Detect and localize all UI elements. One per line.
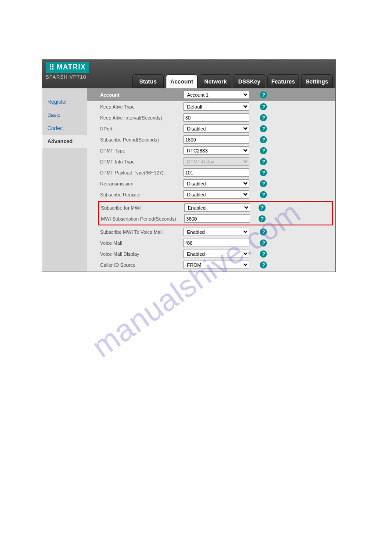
label-voice-mail-display: Voice Mail Display bbox=[100, 251, 183, 257]
row-voice-mail-display: Voice Mail Display Enabled ? bbox=[87, 248, 335, 259]
row-subscribe-mwi: Subscribe for MWI Enabled ? bbox=[99, 202, 332, 213]
select-account[interactable]: Account 1 bbox=[183, 91, 249, 99]
select-keepalive-type[interactable]: Default bbox=[183, 102, 249, 111]
select-subscribe-mwi-vm[interactable]: Enabled bbox=[183, 228, 249, 236]
sidebar-item-codec[interactable]: Codec bbox=[42, 122, 87, 135]
row-subscribe-period: Subscribe Period(Seconds) ? bbox=[87, 134, 335, 145]
label-keepalive-interval: Keep Alive Interval(Seconds) bbox=[100, 115, 183, 120]
row-keepalive-type: Keep Alive Type Default ? bbox=[87, 101, 335, 112]
select-retransmission[interactable]: Disabled bbox=[183, 179, 249, 188]
row-dtmf-payload: DTMF Payload Type(96~127) ? bbox=[87, 167, 335, 178]
row-mwi-period: MWI Subscription Period(Seconds) ? bbox=[99, 213, 332, 224]
row-subscribe-register: Subscribe Register Disabled ? bbox=[87, 189, 335, 200]
help-icon[interactable]: ? bbox=[260, 250, 267, 258]
help-icon[interactable]: ? bbox=[260, 147, 267, 154]
help-icon[interactable]: ? bbox=[260, 239, 267, 247]
row-dtmf-info-type: DTMF Info Type DTMF-Relay ? bbox=[87, 156, 335, 167]
tab-dsskey[interactable]: DSSKey bbox=[234, 74, 265, 88]
label-subscribe-mwi: Subscribe for MWI bbox=[101, 205, 184, 210]
help-icon[interactable]: ? bbox=[260, 114, 267, 121]
content-pane: Account Account 1 ? Keep Alive Type Defa… bbox=[87, 88, 335, 272]
label-subscribe-mwi-vm: Subscribe MWI To Voice Mail bbox=[100, 229, 183, 235]
row-account-header: Account Account 1 ? bbox=[87, 88, 335, 101]
label-dtmf-type: DTMF Type bbox=[100, 148, 183, 153]
select-voice-mail-display[interactable]: Enabled bbox=[183, 250, 249, 258]
row-rport: RPort Disabled ? bbox=[87, 123, 335, 134]
product-name: SPARSH VP710 bbox=[46, 74, 89, 80]
highlighted-mwi-group: Subscribe for MWI Enabled ? MWI Subscrip… bbox=[98, 201, 333, 225]
input-subscribe-period[interactable] bbox=[183, 135, 249, 144]
select-subscribe-register[interactable]: Disabled bbox=[183, 190, 249, 199]
label-mwi-period: MWI Subscription Period(Seconds) bbox=[101, 216, 184, 221]
sidebar-item-advanced[interactable]: Advanced bbox=[42, 135, 87, 148]
label-caller-id-source: Caller ID Source bbox=[100, 262, 183, 268]
sidebar: Register Basic Codec Advanced bbox=[42, 88, 87, 272]
sidebar-item-basic[interactable]: Basic bbox=[42, 109, 87, 122]
help-icon[interactable]: ? bbox=[260, 229, 267, 236]
select-caller-id-source[interactable]: FROM bbox=[183, 261, 249, 269]
label-dtmf-payload: DTMF Payload Type(96~127) bbox=[100, 170, 183, 175]
row-retransmission: Retransmission Disabled ? bbox=[87, 178, 335, 189]
input-dtmf-payload[interactable] bbox=[183, 168, 249, 177]
label-voice-mail: Voice Mail bbox=[100, 240, 183, 246]
help-icon[interactable]: ? bbox=[260, 125, 267, 132]
select-dtmf-info-type: DTMF-Relay bbox=[183, 157, 249, 166]
label-account: Account bbox=[100, 92, 183, 98]
header-bar: ⠿MATRIX SPARSH VP710 Status Account Netw… bbox=[42, 60, 335, 88]
help-icon[interactable]: ? bbox=[259, 215, 266, 222]
label-retransmission: Retransmission bbox=[100, 181, 183, 186]
help-icon[interactable]: ? bbox=[260, 103, 267, 110]
label-dtmf-info-type: DTMF Info Type bbox=[100, 159, 183, 164]
select-dtmf-type[interactable]: RFC2833 bbox=[183, 146, 249, 155]
label-subscribe-period: Subscribe Period(Seconds) bbox=[100, 137, 183, 142]
input-voice-mail[interactable] bbox=[183, 239, 249, 247]
row-caller-id-source: Caller ID Source FROM ? bbox=[87, 259, 335, 272]
input-mwi-period[interactable] bbox=[184, 214, 250, 223]
help-icon[interactable]: ? bbox=[260, 136, 267, 143]
help-icon[interactable]: ? bbox=[260, 180, 267, 187]
input-keepalive-interval[interactable] bbox=[183, 113, 249, 122]
row-voice-mail: Voice Mail ? bbox=[87, 237, 335, 248]
brand-logo: ⠿MATRIX bbox=[46, 62, 89, 73]
label-keepalive-type: Keep Alive Type bbox=[100, 104, 183, 109]
sidebar-item-register[interactable]: Register bbox=[42, 95, 87, 109]
help-icon[interactable]: ? bbox=[259, 204, 266, 211]
row-dtmf-type: DTMF Type RFC2833 ? bbox=[87, 145, 335, 156]
help-icon[interactable]: ? bbox=[260, 169, 267, 176]
help-icon[interactable]: ? bbox=[260, 191, 267, 198]
help-icon[interactable]: ? bbox=[260, 91, 267, 98]
help-icon[interactable]: ? bbox=[260, 158, 267, 165]
main-tabs: Status Account Network DSSKey Features S… bbox=[132, 74, 333, 88]
tab-network[interactable]: Network bbox=[200, 74, 231, 88]
tab-status[interactable]: Status bbox=[132, 74, 164, 88]
select-rport[interactable]: Disabled bbox=[183, 124, 249, 133]
tab-settings[interactable]: Settings bbox=[301, 74, 333, 88]
select-subscribe-mwi[interactable]: Enabled bbox=[184, 203, 250, 212]
label-rport: RPort bbox=[100, 126, 183, 131]
body-area: Register Basic Codec Advanced Account Ac… bbox=[42, 88, 335, 272]
tab-features[interactable]: Features bbox=[267, 74, 299, 88]
help-icon[interactable]: ? bbox=[260, 261, 267, 268]
row-keepalive-interval: Keep Alive Interval(Seconds) ? bbox=[87, 112, 335, 123]
label-subscribe-register: Subscribe Register bbox=[100, 192, 183, 197]
row-subscribe-mwi-vm: Subscribe MWI To Voice Mail Enabled ? bbox=[87, 226, 335, 237]
footer-divider bbox=[42, 513, 350, 513]
admin-panel: ⠿MATRIX SPARSH VP710 Status Account Netw… bbox=[42, 59, 336, 272]
tab-account[interactable]: Account bbox=[166, 74, 198, 88]
brand-block: ⠿MATRIX SPARSH VP710 bbox=[46, 62, 89, 80]
